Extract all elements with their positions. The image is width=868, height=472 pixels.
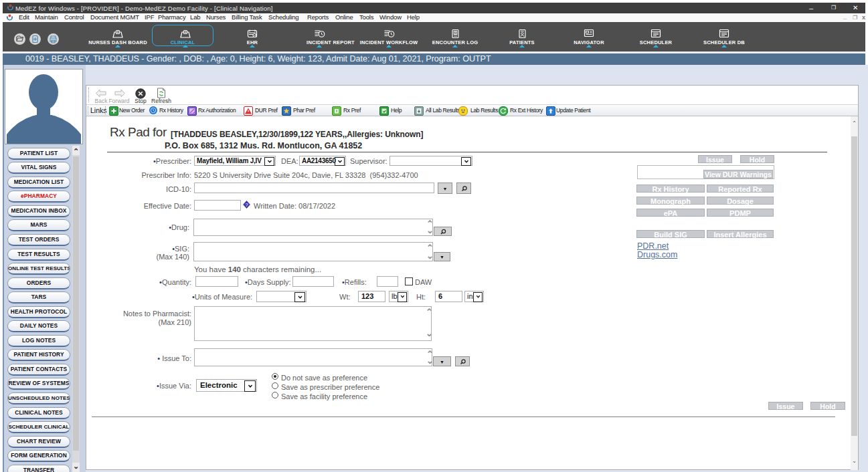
svg-text:?: ? [245,202,248,208]
